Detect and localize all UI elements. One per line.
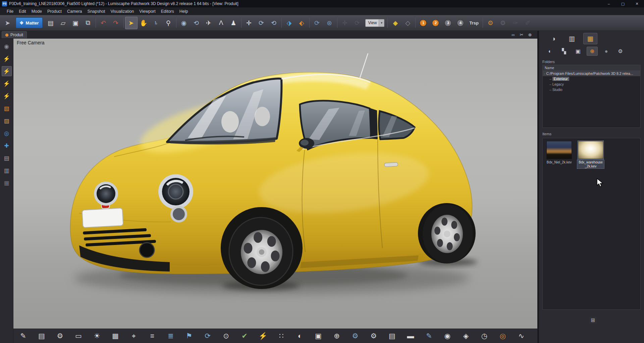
pan-tool[interactable]: ✋ (138, 17, 150, 29)
menu-viewport[interactable]: Viewport (137, 8, 158, 14)
config-slot-4[interactable]: 4 (454, 17, 467, 29)
tree-item-studio[interactable]: –Studio (543, 87, 640, 92)
orbit-tool[interactable]: ♄ (150, 17, 162, 29)
fly-mode-tool[interactable]: ✈ (203, 17, 215, 29)
menu-edit[interactable]: Edit (16, 8, 29, 14)
images-subtab[interactable]: ▣ (573, 47, 584, 56)
annotation-icon[interactable]: ✎ (423, 330, 435, 342)
scale-manipulator[interactable]: ⟲ (268, 17, 280, 29)
spheres-subtab[interactable]: ● (601, 47, 612, 56)
location-pin-icon[interactable]: ⚑ (183, 330, 195, 342)
select-tool[interactable]: ➤ (125, 17, 138, 29)
config-slot-2[interactable]: 2 (429, 17, 442, 29)
camera-orbit-tool[interactable]: ⟲ (190, 17, 203, 29)
system-settings-icon[interactable]: ⚙ (368, 330, 379, 342)
target-focus-icon[interactable]: ◎ (497, 330, 508, 342)
link-view-icon[interactable]: ∞ (510, 31, 517, 38)
matter-mode-button[interactable]: ❖ Matter (16, 17, 43, 28)
pen-disabled[interactable]: ✐ (522, 17, 534, 29)
matter-transfer-icon[interactable]: ⚡ (2, 91, 12, 101)
tree-root-item[interactable]: -C:/Program Files/Lumiscaphe/Patchwork 3… (543, 71, 640, 76)
save-all-button[interactable]: ⧉ (82, 17, 94, 29)
materials-subtab[interactable]: ◐ (544, 47, 555, 56)
open-folder-button[interactable]: ▱ (57, 17, 69, 29)
measure-icon[interactable]: ▬ (405, 330, 416, 342)
move-tool-disabled[interactable]: ✛ (339, 17, 351, 29)
view-mode-dropdown[interactable]: View▾ (365, 19, 385, 27)
environment-settings-icon[interactable]: ⚙ (350, 330, 361, 342)
undo-button[interactable]: ↶ (97, 17, 110, 29)
gizmo-position-icon[interactable]: ⌖ (128, 330, 140, 342)
add-view-icon[interactable]: ✚ (2, 141, 12, 151)
close-view-icon[interactable]: ⊗ (527, 31, 533, 38)
tab-produit[interactable]: Produit (2, 31, 27, 38)
orbit-view-icon[interactable]: ◎ (2, 128, 12, 138)
image-dark-icon[interactable]: ▦ (2, 178, 12, 188)
history-clock-icon[interactable]: ◷ (479, 330, 490, 342)
checker-subtab[interactable]: ▚ (558, 47, 570, 56)
translate-manipulator[interactable]: ✛ (243, 17, 255, 29)
settings-gears-button[interactable]: ⚙ (484, 17, 497, 29)
rotate-tool-disabled[interactable]: ⟳ (351, 17, 364, 29)
menu-help[interactable]: Help (177, 8, 191, 14)
layer-down-button[interactable]: ◇ (401, 17, 414, 29)
tree-expander-icon[interactable]: - (544, 71, 545, 76)
minimize-button[interactable]: – (602, 0, 616, 7)
close-button[interactable]: ✕ (630, 0, 644, 7)
config-slot-1[interactable]: 1 (417, 17, 429, 29)
menu-snapshot[interactable]: Snapshot (85, 8, 108, 14)
config-slot-3[interactable]: 3 (442, 17, 454, 29)
redo-button[interactable]: ↷ (110, 17, 122, 29)
save-button[interactable]: ▣ (69, 17, 82, 29)
timeline-icon[interactable]: ▤ (386, 330, 398, 342)
lightmap-icon[interactable]: ⚡ (257, 330, 269, 342)
layer-up-button[interactable]: ◆ (389, 17, 401, 29)
walk-mode-tool[interactable]: Λ (215, 17, 227, 29)
library-tab[interactable]: ▦ (583, 33, 597, 44)
viewport-pointer-icon[interactable]: ➤ (1, 17, 14, 29)
tree-header-name[interactable]: Name (543, 65, 640, 71)
rotate-manipulator[interactable]: ⟳ (255, 17, 268, 29)
texture-box-icon[interactable]: ▧ (2, 103, 12, 113)
maximize-button[interactable]: ▢ (616, 0, 630, 7)
shading-tab[interactable]: ◑ (546, 33, 560, 44)
thumbnail-view-toggle[interactable]: ⊞ (589, 317, 597, 324)
image-slot-icon[interactable]: ▤ (2, 153, 12, 163)
matter-edit-icon[interactable]: ⚡ (2, 66, 12, 76)
menu-file[interactable]: File (4, 8, 16, 14)
paint-tool-orange[interactable]: ⬖ (296, 17, 308, 29)
screen-capture-icon[interactable]: ▭ (73, 330, 84, 342)
paint-tool-blue[interactable]: ⬗ (283, 17, 296, 29)
camera-tool[interactable]: ◉ (178, 17, 190, 29)
label-tag-icon[interactable]: ◈ (460, 330, 472, 342)
tree-item-legacy[interactable]: –Legacy (543, 82, 640, 87)
sun-lighting-icon[interactable]: ☀ (91, 330, 103, 342)
photo-editor-icon[interactable]: ▤ (36, 330, 47, 342)
snap-rotate-tool[interactable]: ⟳ (311, 17, 323, 29)
image-text-icon[interactable]: ▥ (2, 165, 12, 176)
camera-track-icon[interactable]: ◉ (442, 330, 453, 342)
environment-icon[interactable]: ⊕ (331, 330, 342, 342)
snap-target-tool[interactable]: ⊛ (323, 17, 336, 29)
environment-image-icon[interactable]: ▨ (2, 116, 12, 126)
menu-editors[interactable]: Editors (158, 8, 177, 14)
surface-editor-icon[interactable]: ✎ (17, 330, 29, 342)
item-bdx-niel[interactable]: Bdx_Niel_2k.kev (545, 141, 573, 165)
menu-product[interactable]: Product (45, 8, 64, 14)
new-document-button[interactable]: ▤ (45, 17, 57, 29)
matter-export-icon[interactable]: ⚡ (2, 79, 12, 89)
tone-mapping-icon[interactable]: ◐ (294, 330, 306, 342)
settings-subtab[interactable]: ⚙ (615, 47, 626, 56)
adjust-sliders-icon[interactable]: ≡ (147, 330, 158, 342)
menu-camera[interactable]: Camera (64, 8, 85, 14)
stats-tab[interactable]: ▥ (565, 33, 579, 44)
menu-mode[interactable]: Mode (29, 8, 45, 14)
power-icon[interactable]: ◉ (2, 41, 12, 51)
environments-subtab[interactable]: ⊕ (587, 47, 598, 56)
zoom-tool[interactable]: ⚲ (162, 17, 175, 29)
unlink-view-icon[interactable]: ✂ (518, 31, 525, 38)
validate-layers-icon[interactable]: ✔ (239, 330, 250, 342)
image-settings-icon[interactable]: ⚙ (54, 330, 66, 342)
tree-item-exterieur[interactable]: –Exterieur (543, 76, 640, 82)
transparency-button[interactable]: Trsp (467, 17, 481, 29)
